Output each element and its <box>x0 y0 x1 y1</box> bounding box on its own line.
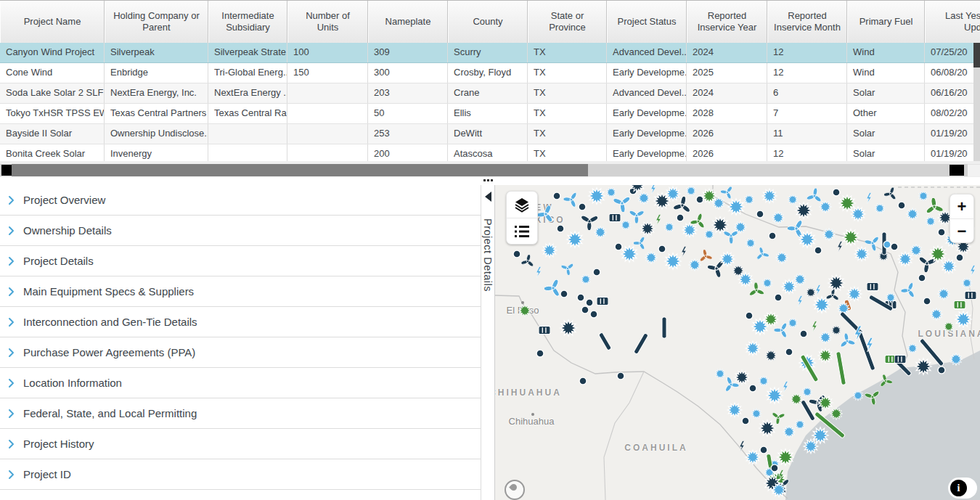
map-marker[interactable] <box>828 274 846 292</box>
map-marker[interactable] <box>664 253 682 271</box>
column-header[interactable]: Reported Inservice Month <box>767 1 847 43</box>
map-marker[interactable] <box>865 193 873 204</box>
vertical-scrollbar-thumb[interactable] <box>973 43 980 67</box>
map-marker[interactable] <box>561 262 574 275</box>
map-marker[interactable] <box>564 192 579 208</box>
map-marker[interactable] <box>782 382 789 393</box>
scroll-left-button[interactable] <box>1 165 12 176</box>
map-marker[interactable] <box>629 185 645 193</box>
map-marker[interactable] <box>814 246 823 255</box>
map-marker[interactable] <box>915 358 933 376</box>
accordion-section[interactable]: Project Overview <box>0 185 481 216</box>
map-marker[interactable] <box>794 419 806 430</box>
map-marker[interactable] <box>787 317 799 329</box>
map-marker[interactable] <box>822 228 836 242</box>
horizontal-scrollbar-thumb[interactable] <box>12 164 588 176</box>
map-marker[interactable] <box>645 251 658 265</box>
map-marker[interactable] <box>885 292 897 303</box>
map-marker[interactable] <box>676 213 685 223</box>
legend-button[interactable] <box>507 218 537 245</box>
map-marker[interactable] <box>588 187 606 205</box>
table-row[interactable]: Soda Lake Solar 2 SLF (f...NextEra Energ… <box>0 83 980 104</box>
map-marker[interactable] <box>756 247 769 261</box>
map-marker[interactable] <box>552 192 562 201</box>
map-marker[interactable] <box>923 297 932 306</box>
table-horizontal-scrollbar[interactable] <box>0 164 968 176</box>
map-marker[interactable] <box>894 355 907 364</box>
accordion-section[interactable]: Project Details <box>0 246 481 276</box>
map-marker[interactable] <box>556 224 565 234</box>
map-marker[interactable] <box>680 247 687 258</box>
map-marker[interactable] <box>691 214 706 229</box>
map-marker[interactable] <box>852 390 864 401</box>
accordion-section[interactable]: Project History <box>0 429 481 459</box>
accordion-section[interactable]: Project ID <box>0 459 481 490</box>
map-marker[interactable] <box>772 211 785 225</box>
map-marker[interactable] <box>874 202 886 214</box>
column-header[interactable]: Primary Fuel <box>847 1 925 43</box>
map-marker[interactable] <box>613 194 631 212</box>
map-marker[interactable] <box>785 348 794 357</box>
map-marker[interactable] <box>768 231 777 241</box>
map-marker[interactable] <box>961 277 973 289</box>
column-header[interactable]: Holding Company or Parent <box>105 1 208 43</box>
map-marker[interactable] <box>616 372 626 381</box>
map-marker[interactable] <box>594 226 608 239</box>
map-marker[interactable] <box>955 311 973 329</box>
map-marker[interactable] <box>748 384 758 393</box>
map-marker[interactable] <box>741 417 751 426</box>
map-marker[interactable] <box>734 221 748 234</box>
column-header[interactable]: Reported Inservice Year <box>687 1 767 43</box>
map-marker[interactable] <box>743 194 755 205</box>
table-row[interactable]: Bayside II SolarOwnership Undisclose...2… <box>0 124 980 144</box>
map-marker[interactable] <box>879 374 892 388</box>
map-marker[interactable] <box>943 321 955 332</box>
table-row[interactable]: Tokyo TxHSR TPSS EW-1Texas Central Partn… <box>0 104 980 124</box>
map-marker[interactable] <box>537 205 555 223</box>
map-info-button[interactable]: i <box>950 480 967 496</box>
map-marker[interactable] <box>592 268 602 277</box>
column-header[interactable]: Last Yes Energy Update <box>925 1 980 43</box>
map-marker[interactable] <box>542 242 558 258</box>
map-marker[interactable] <box>907 343 918 354</box>
map-marker[interactable] <box>771 482 787 498</box>
map-marker[interactable] <box>867 282 879 292</box>
column-header[interactable]: Nameplate <box>368 1 448 43</box>
map-marker[interactable] <box>745 340 761 356</box>
map-marker[interactable] <box>634 237 647 250</box>
map-marker[interactable] <box>535 267 542 278</box>
zoom-out-button[interactable]: − <box>950 219 973 243</box>
map-marker[interactable] <box>597 297 609 306</box>
map-marker[interactable] <box>969 266 976 276</box>
map-marker[interactable] <box>513 250 522 259</box>
column-header[interactable]: Project Name <box>0 1 105 43</box>
map-marker[interactable] <box>906 208 920 221</box>
map-marker[interactable] <box>884 187 897 200</box>
map-marker[interactable] <box>761 188 777 204</box>
map-marker[interactable] <box>819 200 833 214</box>
map-marker[interactable] <box>560 319 578 337</box>
table-row[interactable]: Canyon Wind ProjectSilverpeakSilverpeak … <box>0 43 980 63</box>
map-marker[interactable] <box>727 198 746 216</box>
map-marker[interactable] <box>937 366 947 375</box>
map-marker[interactable] <box>580 274 592 285</box>
map-marker[interactable] <box>764 349 778 363</box>
map-marker[interactable] <box>745 237 756 249</box>
map-marker[interactable] <box>518 304 532 318</box>
column-header[interactable]: County <box>448 1 528 43</box>
map-marker[interactable] <box>902 283 917 298</box>
map-marker[interactable] <box>544 279 562 297</box>
map-marker[interactable] <box>756 210 765 219</box>
scroll-right-button[interactable] <box>950 165 964 176</box>
map-marker[interactable] <box>925 216 936 227</box>
column-header[interactable]: Intermediate Subsidiary <box>208 1 287 43</box>
mapbox-logo[interactable] <box>505 480 525 500</box>
map-marker[interactable] <box>803 438 819 454</box>
map-marker[interactable] <box>918 274 927 283</box>
map-marker[interactable] <box>662 317 667 339</box>
collapse-panel-icon[interactable] <box>485 192 491 202</box>
map-marker[interactable] <box>579 377 588 386</box>
accordion-section[interactable]: Interconnection and Gen-Tie Details <box>0 307 481 337</box>
map-marker[interactable] <box>609 213 621 223</box>
map-marker[interactable] <box>633 332 649 355</box>
